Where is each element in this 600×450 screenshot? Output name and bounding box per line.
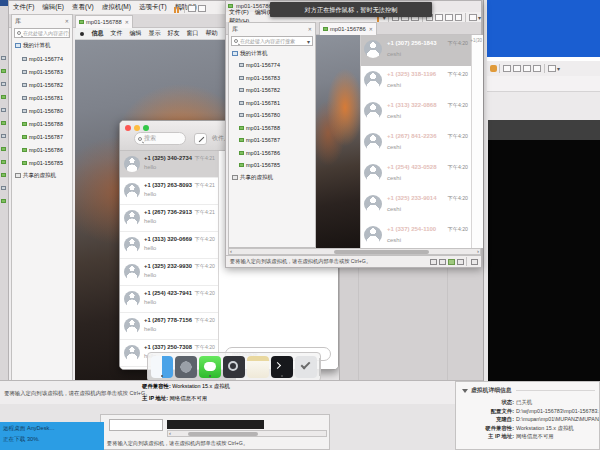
minimize-traffic-light[interactable] xyxy=(134,125,140,131)
conversation-row[interactable]: +1 (267) 841-2236 下午4:20 ceshi xyxy=(361,128,471,159)
conversation-row[interactable]: +1 (267) 736-2913 下午4:21 hello xyxy=(120,205,218,232)
conversation-row[interactable]: +1 (254) 423-7941 下午4:20 hello xyxy=(120,286,218,313)
chevron-down-icon[interactable]: ▾ xyxy=(179,5,182,12)
apple-icon[interactable] xyxy=(80,32,84,36)
fullscreen-icon[interactable] xyxy=(445,14,453,21)
shared-vms-item[interactable]: 共享的虚拟机 xyxy=(12,169,72,182)
vm-tree-item[interactable]: mp01-156782 xyxy=(12,78,72,91)
close-icon[interactable]: ✕ xyxy=(308,26,312,32)
conversation-row[interactable]: +1 (325) 318-1196 下午4:20 ceshi xyxy=(361,66,471,97)
vm-tab-a[interactable]: mp01-156788 ✕ xyxy=(75,15,133,28)
messages-dock-icon[interactable] xyxy=(199,356,221,378)
zoom-traffic-light[interactable] xyxy=(143,125,149,131)
vm-tree-item[interactable]: mp01-156788 xyxy=(229,122,315,135)
downloads-icon[interactable] xyxy=(295,356,317,378)
conversation-row[interactable]: +1 (325) 340-2734 下午4:21 hello xyxy=(120,151,218,178)
vm-tree-item[interactable]: mp01-156786 xyxy=(229,147,315,160)
fullscreen-icon[interactable] xyxy=(523,65,531,72)
vm-tree-item[interactable]: mp01-156783 xyxy=(229,72,315,85)
vm-tree-item[interactable]: mp01-156774 xyxy=(12,52,72,65)
library-toggle-icon[interactable] xyxy=(503,65,511,72)
close-icon[interactable]: ✕ xyxy=(369,26,373,32)
thumbnail-bar-icon[interactable] xyxy=(513,65,521,72)
conversation-row[interactable]: +1 (337) 263-8093 下午4:21 hello xyxy=(120,178,218,205)
close-icon[interactable]: ✕ xyxy=(65,18,69,24)
vm-tree-item[interactable]: mp01-156781 xyxy=(12,91,72,104)
vm-tree-item[interactable]: mp01-156782 xyxy=(229,84,315,97)
menu-item[interactable]: 文件(F) xyxy=(9,3,38,10)
sound-device-icon[interactable] xyxy=(457,259,464,265)
vm-tree-item[interactable]: mp01-156774 xyxy=(229,59,315,72)
vm-tree-item[interactable]: mp01-156780 xyxy=(12,104,72,117)
terminal-icon[interactable] xyxy=(271,356,293,378)
message-log-icon[interactable] xyxy=(471,259,478,265)
menu-item[interactable]: 编辑(E) xyxy=(38,3,68,10)
unity-icon[interactable] xyxy=(533,65,541,72)
conversation-row[interactable]: +1 (313) 322-0868 下午4:20 ceshi xyxy=(361,97,471,128)
menu-item[interactable]: 选项卡(T) xyxy=(135,3,171,10)
mac-menu-item[interactable]: 编辑 xyxy=(126,29,145,38)
cdrom-device-icon[interactable] xyxy=(439,259,446,265)
compose-button[interactable] xyxy=(194,133,207,145)
horizontal-scrollbar-b[interactable]: ‹ › xyxy=(228,248,481,255)
console-icon[interactable] xyxy=(469,14,477,21)
clock-icon[interactable] xyxy=(198,5,206,12)
close-traffic-light[interactable] xyxy=(125,125,131,131)
conversation-row[interactable]: +1 (254) 423-0528 下午4:20 ceshi xyxy=(361,159,471,190)
details-title-row[interactable]: 虚拟机详细信息 xyxy=(456,386,599,395)
snapshot-icon[interactable] xyxy=(188,5,196,12)
mac-menu-item[interactable]: 帮助 xyxy=(202,29,221,38)
notes-icon[interactable] xyxy=(247,356,269,378)
unity-icon[interactable] xyxy=(455,14,463,21)
tree-root[interactable]: 我的计算机 xyxy=(12,39,72,52)
mac-menu-item[interactable]: 信息 xyxy=(88,29,107,38)
console-icon[interactable] xyxy=(548,65,556,72)
conversation-row[interactable]: +1 (307) 256-1843 下午4:20 ceshi xyxy=(361,35,471,66)
vm-tree-item[interactable]: mp01-156786 xyxy=(12,143,72,156)
vm-tab-b[interactable]: mp01-156786 ✕ xyxy=(319,22,377,35)
launchpad-icon[interactable] xyxy=(175,356,197,378)
chevron-down-icon[interactable]: ▾ xyxy=(557,65,560,72)
close-icon[interactable]: ✕ xyxy=(125,19,129,25)
vm-tree-item[interactable]: mp01-156787 xyxy=(229,134,315,147)
conversation-row[interactable]: +1 (337) 254-1100 下午4:20 ceshi xyxy=(361,221,471,248)
scroll-right-icon[interactable]: › xyxy=(477,248,479,254)
finder-icon[interactable] xyxy=(151,356,173,378)
conversation-row[interactable]: +1 (267) 778-7156 下午4:20 hello xyxy=(120,313,218,340)
vm-tree-item[interactable]: mp01-156783 xyxy=(12,65,72,78)
conversation-row[interactable]: +1 (325) 233-9014 下午4:20 ceshi xyxy=(361,190,471,221)
mac-menu-item[interactable]: 显示 xyxy=(145,29,164,38)
vm-tree-item[interactable]: mp01-156785 xyxy=(12,156,72,169)
mac-menu-item[interactable]: 文件 xyxy=(107,29,126,38)
vm-tree-item[interactable]: mp01-156780 xyxy=(229,109,315,122)
text-field[interactable] xyxy=(109,419,163,431)
search-input[interactable]: 搜索 xyxy=(134,132,186,145)
mac-menu-item[interactable]: 好友 xyxy=(164,29,183,38)
conversation-row[interactable]: +1 (325) 232-9930 下午4:20 hello xyxy=(120,259,218,286)
scroll-left-icon[interactable]: ‹ xyxy=(169,430,171,436)
chevron-down-icon[interactable]: ▾ xyxy=(307,38,310,45)
conversation-row[interactable]: +1 (313) 320-0669 下午4:20 hello xyxy=(120,232,218,259)
menu-item[interactable]: 文件(F) xyxy=(226,9,252,15)
alert-icon[interactable] xyxy=(490,65,497,72)
scroll-left-icon[interactable]: ‹ xyxy=(230,248,232,254)
network-device-icon[interactable] xyxy=(448,259,455,265)
horizontal-scrollbar[interactable]: ‹ xyxy=(167,430,327,437)
thumbnail-bar-icon[interactable] xyxy=(435,14,443,21)
vm-tree-item[interactable]: mp01-156785 xyxy=(229,159,315,172)
photos-icon[interactable] xyxy=(223,356,245,378)
chevron-down-icon[interactable]: ▾ xyxy=(478,14,481,21)
menu-item[interactable]: 查看(V) xyxy=(68,3,98,10)
collapse-triangle-icon[interactable] xyxy=(462,389,468,393)
vm-tree-item[interactable]: mp01-156781 xyxy=(229,97,315,110)
harddisk-device-icon[interactable] xyxy=(430,259,437,265)
library-search-a[interactable]: 在此处键入内容进行搜索 xyxy=(14,28,70,38)
vm-tree-item[interactable]: mp01-156788 xyxy=(12,117,72,130)
vm-tree-item[interactable]: mp01-156787 xyxy=(12,130,72,143)
mac-menu-item[interactable]: 窗口 xyxy=(183,29,202,38)
tree-root[interactable]: 我的计算机 xyxy=(229,47,315,59)
library-search-b[interactable]: 在此处键入内容进行搜索 ▾ xyxy=(231,36,313,46)
shared-vms-item[interactable]: 共享的虚拟机 xyxy=(229,172,315,184)
menu-item[interactable]: 虚拟机(M) xyxy=(98,3,135,10)
remote-banner[interactable]: 远程桌面 AnyDesk… 正在下载 30%. xyxy=(0,422,104,450)
